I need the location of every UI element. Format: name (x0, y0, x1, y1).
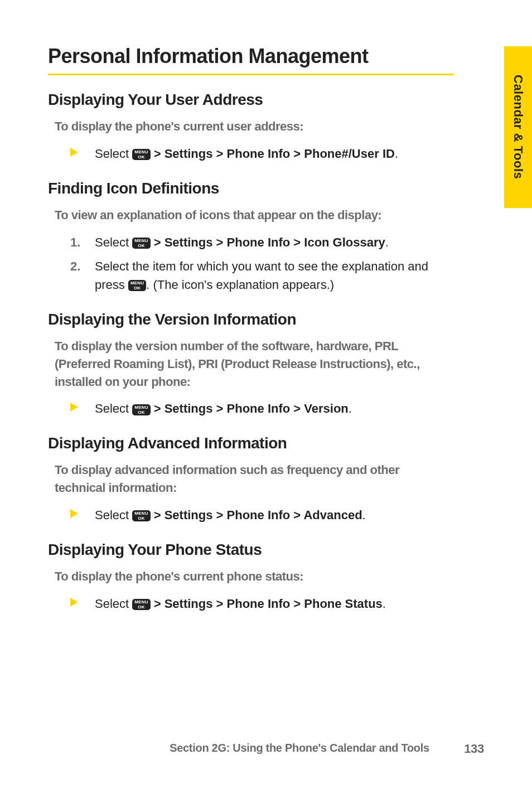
section-title-phone-status: Displaying Your Phone Status (48, 541, 453, 559)
menu-ok-key-icon: MENUOK (132, 149, 150, 160)
li-text-after: . (The icon's explanation appears.) (146, 278, 334, 292)
li-text-bold: > Settings > Phone Info > Phone Status (151, 597, 383, 611)
li-text-before: Select (95, 508, 132, 522)
section-lead-icon-definitions: To view an explanation of icons that app… (55, 206, 453, 224)
menu-ok-key-icon: MENUOK (132, 404, 150, 415)
list-phone-status: Select MENUOK > Settings > Phone Info > … (70, 594, 453, 613)
footer-text: Section 2G: Using the Phone's Calendar a… (0, 742, 532, 755)
li-text-before: Select (95, 402, 132, 415)
menu-ok-key-icon: MENUOK (132, 238, 150, 249)
side-tab: Calendar & Tools (504, 46, 532, 208)
list-item: Select MENUOK > Settings > Phone Info > … (70, 144, 453, 163)
bullet-icon (70, 598, 78, 607)
step-number: 1. (70, 233, 80, 252)
bullet-icon (70, 509, 78, 518)
side-tab-label: Calendar & Tools (511, 75, 525, 179)
step-number: 2. (70, 257, 80, 275)
list-item: Select MENUOK > Settings > Phone Info > … (70, 399, 453, 418)
menu-ok-key-icon: MENUOK (128, 280, 146, 291)
li-text-bold: > Settings > Phone Info > Advanced (151, 508, 362, 522)
list-item: Select MENUOK > Settings > Phone Info > … (70, 594, 453, 613)
menu-ok-key-icon: MENUOK (132, 510, 150, 521)
section-lead-user-address: To display the phone's current user addr… (55, 118, 453, 136)
page-title: Personal Information Management (48, 45, 453, 68)
list-item: 2. Select the item for which you want to… (70, 257, 453, 294)
section-lead-version-info: To display the version number of the sof… (55, 337, 453, 391)
section-title-icon-definitions: Finding Icon Definitions (48, 180, 453, 197)
section-title-version-info: Displaying the Version Information (48, 311, 453, 328)
section-title-advanced-info: Displaying Advanced Information (48, 434, 453, 452)
li-text-bold: > Settings > Phone Info > Icon Glossary (151, 235, 385, 249)
section-lead-advanced-info: To display advanced information such as … (55, 461, 453, 497)
li-text-after: . (349, 402, 352, 415)
section-lead-phone-status: To display the phone's current phone sta… (55, 568, 453, 586)
bullet-icon (70, 403, 78, 412)
li-text-before: Select (95, 235, 132, 249)
page-footer: Section 2G: Using the Phone's Calendar a… (0, 742, 532, 759)
list-user-address: Select MENUOK > Settings > Phone Info > … (70, 144, 453, 163)
list-icon-definitions: 1. Select MENUOK > Settings > Phone Info… (70, 233, 453, 294)
li-text-before: Select (95, 597, 132, 611)
list-item: Select MENUOK > Settings > Phone Info > … (70, 506, 453, 524)
li-text-bold: > Settings > Phone Info > Phone#/User ID (151, 147, 395, 161)
li-text-before: Select (95, 147, 132, 161)
li-text-after: . (385, 235, 389, 249)
menu-ok-key-icon: MENUOK (132, 599, 150, 610)
li-text-after: . (362, 508, 366, 522)
title-underline (48, 74, 454, 75)
li-text-bold: > Settings > Phone Info > Version (151, 402, 349, 415)
list-version-info: Select MENUOK > Settings > Phone Info > … (70, 399, 453, 418)
li-text-after: . (383, 597, 386, 611)
li-text-after: . (395, 147, 398, 161)
list-item: 1. Select MENUOK > Settings > Phone Info… (70, 233, 453, 252)
bullet-icon (70, 148, 78, 157)
list-advanced-info: Select MENUOK > Settings > Phone Info > … (70, 506, 453, 524)
page-content: Personal Information Management Displayi… (48, 45, 453, 618)
section-title-user-address: Displaying Your User Address (48, 91, 453, 109)
